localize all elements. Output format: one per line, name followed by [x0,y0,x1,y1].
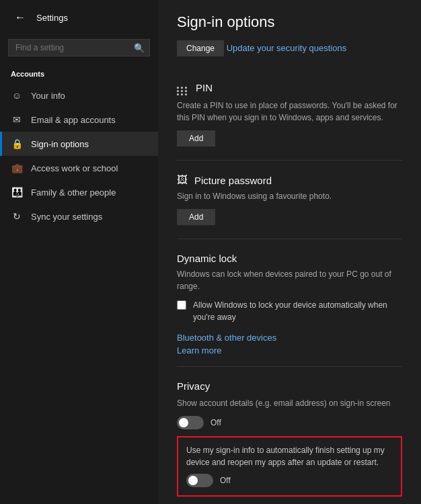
toggle1-slider [177,416,204,429]
picture-password-description: Sign in to Windows using a favourite pho… [177,190,402,202]
sync-icon: ↻ [11,210,23,222]
picture-icon: 🖼 [177,174,188,186]
search-input[interactable] [8,39,150,56]
pin-header: PIN [177,79,402,95]
person-icon: ☺ [11,89,23,101]
sidebar-header: ← Settings [0,0,158,35]
picture-password-add-button[interactable]: Add [177,209,215,225]
sidebar-item-sign-in[interactable]: 🔒 Sign-in options [0,132,158,156]
sidebar-item-email-app[interactable]: ✉ Email & app accounts [0,108,158,132]
sidebar-label-sync: Sync your settings [31,212,102,222]
accounts-section-label: Accounts [0,66,158,83]
picture-password-header: 🖼 Picture password [177,174,402,186]
pin-title: PIN [196,82,213,93]
dynamic-lock-section: Dynamic lock Windows can lock when devic… [177,253,402,355]
sidebar-item-sync[interactable]: ↻ Sync your settings [0,204,158,228]
page-title: Sign-in options [177,13,402,31]
sidebar-item-your-info[interactable]: ☺ Your info [0,83,158,108]
bluetooth-link[interactable]: Bluetooth & other devices [177,333,276,343]
dynamic-lock-checkbox-row: Allow Windows to lock your device automa… [177,299,402,323]
window-title: Settings [36,13,68,23]
pin-grid-icon [177,79,189,95]
lock-icon: 🔒 [11,138,23,150]
email-icon: ✉ [11,114,23,126]
learn-more-1-link[interactable]: Learn more [177,345,221,355]
change-button[interactable]: Change [177,40,224,56]
toggle2-label: Off [220,476,231,485]
sidebar-label-your-info: Your info [31,91,65,101]
sidebar-label-sign-in: Sign-in options [31,139,89,149]
divider-1 [177,160,402,161]
show-account-label: Show account details (e.g. email address… [177,397,402,409]
pin-section: PIN Create a PIN to use in place of pass… [177,79,402,149]
picture-password-title: Picture password [194,175,272,186]
sidebar-item-family[interactable]: 👪 Family & other people [0,180,158,204]
sidebar-item-access-work[interactable]: 💼 Access work or school [0,156,158,180]
picture-password-section: 🖼 Picture password Sign in to Windows us… [177,174,402,228]
dynamic-lock-title: Dynamic lock [177,253,402,264]
pin-description: Create a PIN to use in place of password… [177,99,402,124]
security-questions-link[interactable]: Update your security questions [227,43,346,53]
briefcase-icon: 💼 [11,162,23,174]
bluetooth-link-container: Bluetooth & other devices [177,333,402,343]
sidebar-label-email-app: Email & app accounts [31,115,116,125]
pin-add-button[interactable]: Add [177,130,215,146]
back-button[interactable]: ← [11,8,30,27]
toggle1[interactable] [177,416,204,429]
dynamic-lock-checkbox-label: Allow Windows to lock your device automa… [193,299,402,323]
divider-2 [177,239,402,239]
toggle1-label: Off [210,418,221,427]
sidebar-label-access-work: Access work or school [31,163,118,173]
toggle2-slider [186,474,213,487]
privacy-section: Privacy Show account details (e.g. email… [177,380,402,504]
people-icon: 👪 [11,186,23,198]
use-signin-label: Use my sign-in info to automatically fin… [186,444,393,468]
search-icon: 🔍 [134,43,145,53]
learn-more-1-container: Learn more [177,345,402,355]
dynamic-lock-description: Windows can lock when devices paired to … [177,268,402,292]
search-container: 🔍 [8,39,150,56]
privacy-title: Privacy [177,380,402,392]
toggle2[interactable] [186,474,213,487]
dynamic-lock-checkbox[interactable] [177,300,186,310]
highlight-box: Use my sign-in info to automatically fin… [177,436,402,497]
sidebar-label-family: Family & other people [31,187,116,198]
main-content: Sign-in options Change Update your secur… [158,0,421,504]
toggle2-row: Off [186,474,393,487]
divider-3 [177,366,402,367]
toggle1-row: Off [177,416,402,429]
sidebar: ← Settings 🔍 Accounts ☺ Your info ✉ Emai… [0,0,158,504]
